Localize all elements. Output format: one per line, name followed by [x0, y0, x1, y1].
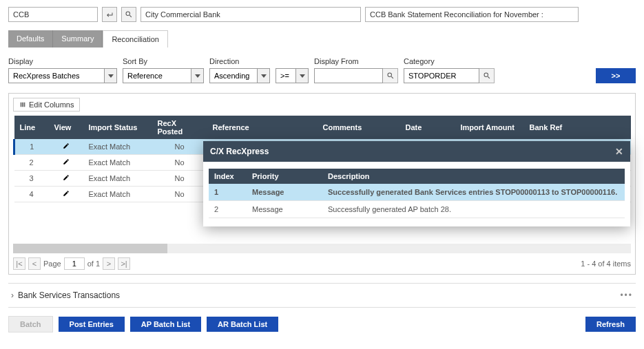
- page-prev-button[interactable]: <: [28, 257, 41, 270]
- search-category-button[interactable]: [479, 68, 495, 83]
- search-bank-button[interactable]: [121, 7, 136, 22]
- tab-defaults[interactable]: Defaults: [8, 30, 53, 47]
- tab-summary[interactable]: Summary: [53, 30, 103, 47]
- category-input[interactable]: [404, 68, 479, 83]
- cell-status: Exact Match: [83, 187, 152, 202]
- batch-button: Batch: [8, 316, 53, 332]
- spacer-label: [276, 57, 309, 65]
- mcell-description: Successfully generated Bank Services ent…: [322, 184, 625, 201]
- mcell-priority: Message: [247, 184, 322, 201]
- view-cell[interactable]: [49, 139, 83, 155]
- page-label: Page: [43, 260, 61, 268]
- close-icon[interactable]: ✕: [615, 146, 623, 157]
- ap-batch-list-button[interactable]: AP Batch List: [130, 317, 201, 332]
- page-info: 1 - 4 of 4 items: [581, 260, 631, 268]
- message-grid: Index Priority Description 1 Message Suc…: [209, 169, 625, 218]
- mcell-index: 1: [209, 184, 247, 201]
- message-row[interactable]: 2 Message Successfully generated AP batc…: [209, 201, 625, 218]
- modal-title: C/X RecXpress: [210, 147, 269, 156]
- col-line[interactable]: Line: [14, 116, 49, 139]
- chevron-right-icon: ›: [11, 290, 14, 300]
- pencil-icon: [63, 142, 70, 149]
- display-label: Display: [8, 57, 117, 65]
- display-select[interactable]: [8, 68, 105, 83]
- mcol-description[interactable]: Description: [322, 169, 625, 184]
- page-next-button[interactable]: >: [103, 257, 115, 270]
- columns-icon: [19, 101, 26, 108]
- cell-line: 1: [14, 139, 49, 155]
- col-reference[interactable]: Reference: [207, 116, 318, 139]
- display-from-input[interactable]: [314, 68, 383, 83]
- horizontal-scrollbar[interactable]: [13, 244, 631, 253]
- pencil-icon: [63, 174, 70, 181]
- cell-status: Exact Match: [83, 171, 152, 187]
- page-of-label: of 1: [87, 260, 100, 268]
- search-icon: [483, 72, 491, 80]
- display-from-label: Display From: [314, 57, 398, 65]
- page-first-button[interactable]: |<: [13, 257, 25, 270]
- chevron-down-icon[interactable]: [258, 68, 270, 83]
- col-bank-ref[interactable]: Bank Ref: [524, 116, 632, 139]
- sort-label: Sort By: [123, 57, 204, 65]
- page-last-button[interactable]: >|: [118, 257, 130, 270]
- mcol-index[interactable]: Index: [209, 169, 247, 184]
- category-label: Category: [404, 57, 495, 65]
- cell-posted: No: [152, 139, 207, 155]
- mcol-priority[interactable]: Priority: [247, 169, 322, 184]
- go-button[interactable]: >>: [596, 68, 636, 83]
- refresh-button[interactable]: Refresh: [585, 317, 636, 332]
- pager: |< < Page of 1 > >| 1 - 4 of 4 items: [13, 257, 631, 270]
- enter-button[interactable]: [102, 7, 117, 22]
- ar-batch-list-button[interactable]: AR Batch List: [207, 317, 278, 332]
- col-comments[interactable]: Comments: [318, 116, 400, 139]
- col-view[interactable]: View: [49, 116, 83, 139]
- view-cell[interactable]: [49, 171, 83, 187]
- col-import-amount[interactable]: Import Amount: [455, 116, 524, 139]
- view-cell[interactable]: [49, 187, 83, 202]
- pencil-icon: [63, 158, 70, 165]
- mcell-description: Successfully generated AP batch 28.: [322, 201, 625, 218]
- mcell-priority: Message: [247, 201, 322, 218]
- search-icon: [125, 10, 133, 19]
- edit-columns-label: Edit Columns: [29, 101, 74, 109]
- search-from-button[interactable]: [383, 68, 398, 83]
- bank-code-input[interactable]: CCB: [8, 7, 98, 22]
- modal-titlebar[interactable]: C/X RecXpress ✕: [203, 141, 630, 162]
- col-date[interactable]: Date: [400, 116, 455, 139]
- cell-line: 2: [14, 155, 49, 171]
- view-cell[interactable]: [49, 155, 83, 171]
- cell-posted: No: [152, 171, 207, 187]
- more-icon[interactable]: •••: [620, 290, 633, 300]
- edit-columns-button[interactable]: Edit Columns: [13, 98, 80, 112]
- cell-posted: No: [152, 155, 207, 171]
- section-title: Bank Services Transactions: [18, 290, 120, 300]
- bank-services-section[interactable]: › Bank Services Transactions •••: [8, 283, 636, 308]
- message-row[interactable]: 1 Message Successfully generated Bank Se…: [209, 184, 625, 201]
- recxpress-modal: C/X RecXpress ✕ Index Priority Descripti…: [203, 141, 630, 226]
- operator-select[interactable]: [276, 68, 296, 83]
- bank-name-display: City Commercial Bank: [141, 7, 361, 22]
- cell-line: 3: [14, 171, 49, 187]
- direction-select[interactable]: [209, 68, 258, 83]
- tab-bar: Defaults Summary Reconciliation: [8, 30, 636, 47]
- sort-select[interactable]: [123, 68, 191, 83]
- col-recx-posted[interactable]: RecX Posted: [152, 116, 207, 139]
- mcell-index: 2: [209, 201, 247, 218]
- chevron-down-icon[interactable]: [191, 68, 204, 83]
- cell-status: Exact Match: [83, 139, 152, 155]
- search-icon: [386, 72, 395, 80]
- page-input[interactable]: [64, 257, 85, 270]
- chevron-down-icon[interactable]: [296, 68, 309, 83]
- cell-posted: No: [152, 187, 207, 202]
- post-entries-button[interactable]: Post Entries: [59, 317, 125, 332]
- pencil-icon: [63, 190, 70, 197]
- scrollbar-thumb[interactable]: [13, 244, 167, 253]
- col-import-status[interactable]: Import Status: [83, 116, 152, 139]
- chevron-down-icon[interactable]: [105, 68, 117, 83]
- direction-label: Direction: [209, 57, 270, 65]
- tab-reconciliation[interactable]: Reconciliation: [103, 30, 167, 47]
- cell-line: 4: [14, 187, 49, 202]
- cell-status: Exact Match: [83, 155, 152, 171]
- statement-description: CCB Bank Statement Reconciliation for No…: [365, 7, 579, 22]
- enter-icon: [105, 10, 114, 19]
